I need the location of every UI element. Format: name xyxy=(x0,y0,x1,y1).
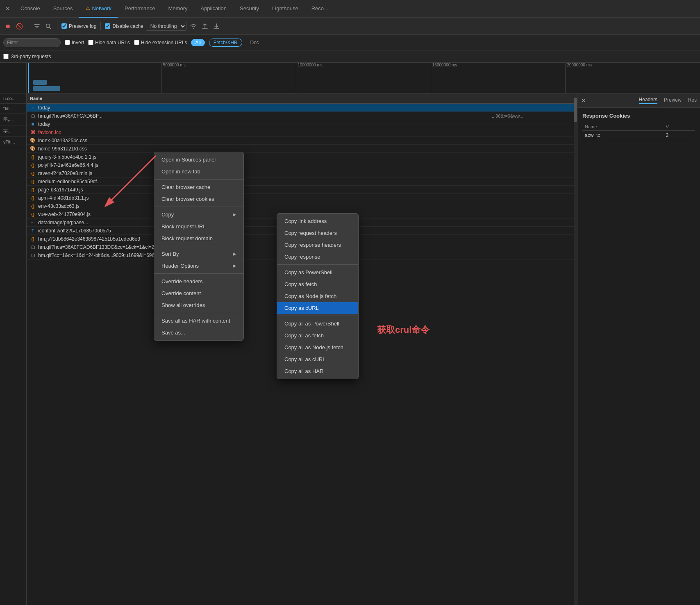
context-menu-block-url[interactable]: Block request URL xyxy=(154,221,243,232)
table-row[interactable]: {} apm-4-df4081db31.1.js xyxy=(27,194,577,202)
invert-group[interactable]: Invert xyxy=(65,40,84,45)
copy-all-as-curl[interactable]: Copy all as cURL xyxy=(277,353,358,365)
copy-request-headers[interactable]: Copy request headers xyxy=(277,227,358,239)
type-btn-fetch-xhr[interactable]: Fetch/XHR xyxy=(209,39,242,47)
copy-all-as-nodejs-fetch[interactable]: Copy all as Node.js fetch xyxy=(277,341,358,353)
table-row[interactable]: ▢ hm.gif?hca=36A0FCAD6BF... ...96&r=0&ww… xyxy=(27,112,577,120)
copy-all-as-fetch[interactable]: Copy all as fetch xyxy=(277,330,358,341)
context-menu-open-tab[interactable]: Open in new tab xyxy=(154,166,243,177)
clear-button[interactable]: 🚫 xyxy=(15,22,24,31)
sidebar-item-1[interactable]: "titl... xyxy=(0,104,26,114)
right-panel-content: Response Cookies Name V acw_tc 2 xyxy=(577,108,700,605)
copy-as-powershell[interactable]: Copy as PowerShell xyxy=(277,266,358,278)
copy-as-curl[interactable]: Copy as cURL xyxy=(277,302,358,314)
toolbar-divider-2 xyxy=(57,22,57,30)
search-button[interactable] xyxy=(44,22,53,31)
context-menu-copy[interactable]: Copy ▶ xyxy=(154,209,243,221)
copy-as-nodejs-fetch[interactable]: Copy as Node.js fetch xyxy=(277,290,358,302)
tab-recorder[interactable]: Reco... xyxy=(305,0,335,18)
row-icon-6: {} xyxy=(30,154,36,160)
tab-lighthouse[interactable]: Lighthouse xyxy=(266,0,305,18)
hide-data-urls-group[interactable]: Hide data URLs xyxy=(88,40,130,45)
table-row[interactable]: ≡ today xyxy=(27,120,577,128)
table-row[interactable]: {} raven-f24a7020e8.min.js xyxy=(27,169,577,177)
table-row[interactable]: ≡ today xyxy=(27,104,577,112)
right-panel-close-button[interactable]: ✕ xyxy=(581,97,586,105)
hide-extension-urls-checkbox[interactable] xyxy=(134,40,139,45)
invert-label: Invert xyxy=(72,40,84,45)
context-menu-header-options-label: Header Options xyxy=(161,263,199,269)
context-menu-header-options[interactable]: Header Options ▶ xyxy=(154,260,243,272)
context-menu-open-sources[interactable]: Open in Sources panel xyxy=(154,154,243,166)
hide-extension-urls-group[interactable]: Hide extension URLs xyxy=(134,40,187,45)
context-menu-block-domain[interactable]: Block request domain xyxy=(154,232,243,244)
row-name-9: medium-editor-bd85ca59df... xyxy=(38,179,574,184)
right-panel-tab-preview[interactable]: Preview xyxy=(664,97,682,104)
context-menu-clear-cookies[interactable]: Clear browser cookies xyxy=(154,193,243,205)
record-button[interactable]: ⏺ xyxy=(3,22,12,31)
copy-all-as-powershell[interactable]: Copy all as PowerShell xyxy=(277,318,358,330)
copy-response-headers[interactable]: Copy response headers xyxy=(277,239,358,251)
hide-data-urls-checkbox[interactable] xyxy=(88,40,93,45)
tab-console[interactable]: Console xyxy=(14,0,47,18)
wifi-icon[interactable] xyxy=(189,22,198,31)
copy-link-address[interactable]: Copy link address xyxy=(277,215,358,227)
filter-input[interactable] xyxy=(3,38,61,47)
throttle-select[interactable]: No throttling xyxy=(146,22,186,31)
close-panel-button[interactable]: ✕ xyxy=(3,4,12,13)
sidebar-item-0[interactable]: u.co... xyxy=(0,93,26,104)
timeline-chart[interactable]: 5000000 ms 10000000 ms 15000000 ms 20000… xyxy=(27,63,700,93)
tab-network[interactable]: ⚠ Network xyxy=(79,0,118,18)
filter-button[interactable] xyxy=(32,22,41,31)
copy-as-fetch[interactable]: Copy as fetch xyxy=(277,278,358,290)
disable-cache-checkbox[interactable] xyxy=(105,23,110,29)
invert-checkbox[interactable] xyxy=(65,40,70,45)
cookies-col-name: Name xyxy=(582,123,664,131)
tab-application[interactable]: Application xyxy=(194,0,233,18)
row-icon-18: ▢ xyxy=(30,252,36,258)
upload-icon[interactable] xyxy=(200,22,209,31)
context-menu-clear-cache[interactable]: Clear browser cache xyxy=(154,181,243,193)
copy-all-as-har[interactable]: Copy all as HAR xyxy=(277,365,358,377)
third-party-checkbox[interactable] xyxy=(3,54,9,59)
context-menu-save-as[interactable]: Save as... xyxy=(154,327,243,339)
row-icon-9: {} xyxy=(30,179,36,184)
preserve-log-group[interactable]: Preserve log xyxy=(61,23,96,29)
table-row[interactable]: 🎨 home-99631a21fd.css xyxy=(27,145,577,153)
copy-response[interactable]: Copy response xyxy=(277,251,358,263)
sidebar-item-4[interactable]: yTitl... xyxy=(0,137,26,147)
context-menu-sort-by[interactable]: Sort By ▶ xyxy=(154,248,243,260)
table-row[interactable]: {} page-b3a1971449.js xyxy=(27,186,577,194)
preserve-log-checkbox[interactable] xyxy=(61,23,67,29)
table-row[interactable]: {} polyfill-7-1a461e6e65.4.4.js xyxy=(27,161,577,169)
context-menu-block-domain-label: Block request domain xyxy=(161,235,213,241)
sidebar-item-3[interactable]: 字... xyxy=(0,125,26,137)
table-row[interactable]: {} medium-editor-bd85ca59df... xyxy=(27,177,577,186)
right-panel-tab-res[interactable]: Res xyxy=(688,97,697,104)
tab-sources[interactable]: Sources xyxy=(47,0,80,18)
context-menu-override-headers[interactable]: Override headers xyxy=(154,275,243,287)
download-icon[interactable] xyxy=(212,22,221,31)
table-row[interactable]: {} env-48c33adc63.js xyxy=(27,202,577,210)
table-row[interactable]: ✖ favicon.ico xyxy=(27,128,577,136)
tab-performance[interactable]: Performance xyxy=(118,0,161,18)
type-btn-doc[interactable]: Doc xyxy=(246,39,263,46)
tab-network-label: Network xyxy=(92,5,111,11)
scrollbar-thumb[interactable] xyxy=(574,98,577,122)
tab-memory[interactable]: Memory xyxy=(162,0,194,18)
table-row[interactable]: 🎨 index-00a13a254c.css xyxy=(27,136,577,145)
third-party-label: 3rd-party requests xyxy=(11,54,51,59)
right-panel-tab-headers[interactable]: Headers xyxy=(639,97,657,104)
scrollbar-track[interactable] xyxy=(574,93,577,605)
context-menu-show-overrides[interactable]: Show all overrides xyxy=(154,299,243,311)
disable-cache-group[interactable]: Disable cache xyxy=(105,23,143,29)
preserve-log-label: Preserve log xyxy=(69,23,96,29)
table-row[interactable]: {} jquery-3-bf5be4b4bc.1.1.js xyxy=(27,153,577,161)
row-name-10: page-b3a1971449.js xyxy=(38,187,574,193)
toolbar-divider-1 xyxy=(28,22,28,30)
sidebar-item-2[interactable]: 图,... xyxy=(0,114,26,125)
context-menu-override-content[interactable]: Override content xyxy=(154,287,243,299)
context-menu-save-har[interactable]: Save all as HAR with content xyxy=(154,315,243,327)
tab-security[interactable]: Security xyxy=(233,0,266,18)
type-btn-all[interactable]: All xyxy=(191,39,205,46)
